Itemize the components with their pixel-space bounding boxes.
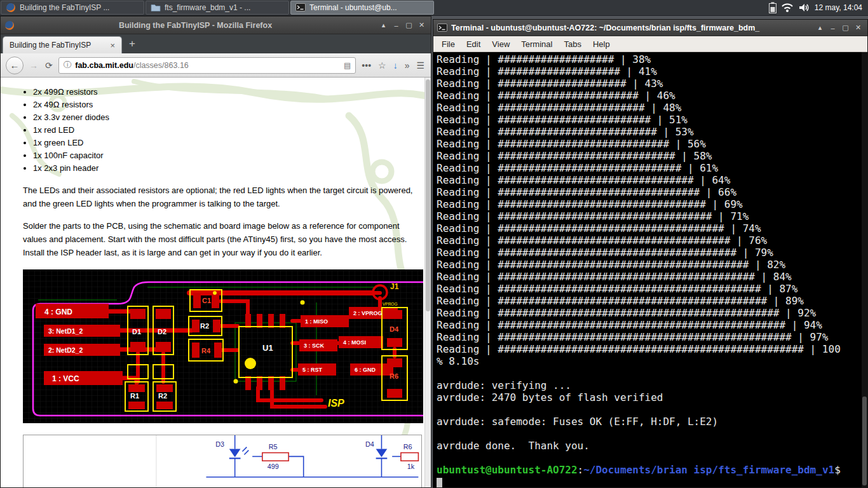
- menu-file[interactable]: File: [437, 38, 460, 50]
- terminal-body[interactable]: Reading | ################### | 38%Readi…: [433, 52, 867, 487]
- pcb-ref-r6: R6: [390, 372, 398, 380]
- wifi-icon[interactable]: [782, 3, 793, 13]
- url-path: /classes/863.16: [133, 61, 189, 70]
- terminal-line: Reading | ##############################…: [437, 319, 866, 331]
- shade-button[interactable]: ▴: [378, 21, 389, 29]
- maximize-button[interactable]: ▢: [403, 21, 414, 29]
- terminal-line: avrdude: safemode: Fuses OK (E:FF, H:DF,…: [437, 416, 866, 428]
- bullet-list: 2x 499Ω resistors2x 49Ω resistors2x 3.3v…: [33, 86, 424, 175]
- terminal-line: Reading | ##############################…: [437, 234, 866, 247]
- terminal-titlebar[interactable]: Terminal - ubuntust@ubuntust-AO722: ~/Do…: [433, 20, 867, 36]
- tab-building-fabtinyisp[interactable]: Building the FabTinyISP ×: [3, 36, 122, 53]
- terminal-line: Reading | ##############################…: [437, 186, 866, 198]
- url-domain: fab.cba.mit.edu: [75, 61, 133, 70]
- pcb-ref-u1: U1: [262, 343, 273, 353]
- clock[interactable]: 12 may, 14:04: [815, 3, 862, 12]
- menu-terminal[interactable]: Terminal: [516, 38, 557, 50]
- pcb-ref-d4: D4: [390, 325, 399, 333]
- firefox-window: Building the FabTinyISP - Mozilla Firefo…: [0, 16, 431, 488]
- terminal-line: Reading | ##################### | 43%: [437, 78, 866, 90]
- bullet-item: 2x 3.3v zener diodes: [33, 111, 424, 124]
- terminal-line: Reading | ##############################…: [437, 283, 866, 295]
- firefox-scrollbar-thumb[interactable]: [426, 79, 430, 311]
- terminal-line: Reading | ####################### | 46%: [437, 90, 866, 102]
- schematic-label-r5: R5: [269, 443, 278, 451]
- page-actions-icon[interactable]: •••: [360, 60, 372, 71]
- close-button[interactable]: ✕: [853, 24, 864, 32]
- pcb-pad-miso: 1 : MISO: [305, 318, 328, 325]
- taskbar: Building the FabTinyISP ... fts_firmware…: [0, 0, 868, 16]
- terminal-line: avrdude done. Thank you.: [437, 440, 866, 452]
- bullet-item: 1x red LED: [33, 124, 424, 137]
- terminal-line: Reading | ##############################…: [437, 307, 866, 319]
- hamburger-menu-icon[interactable]: ☰: [415, 60, 426, 71]
- minimize-button[interactable]: –: [391, 22, 402, 29]
- terminal-line: Reading | ################### | 38%: [437, 53, 866, 65]
- pcb-pad-gnd: 4 : GND: [44, 308, 72, 316]
- pcb-pad-netd2: 2: NetD2_2: [48, 346, 83, 354]
- pcb-ref-r4: R4: [201, 347, 211, 355]
- pcb-pad-vprog: 2 : VPROG: [353, 310, 383, 316]
- bullet-item: 1x 100nF capacitor: [33, 149, 424, 162]
- folder-icon: [151, 3, 161, 13]
- firefox-icon: [6, 3, 16, 13]
- firefox-window-title: Building the FabTinyISP - Mozilla Firefo…: [18, 21, 372, 30]
- paragraph-solder: Solder the parts to the PCB, using the s…: [23, 219, 421, 259]
- minimize-button[interactable]: –: [827, 24, 838, 32]
- cursor-line: [437, 476, 866, 487]
- terminal-scrollbar[interactable]: [862, 52, 867, 487]
- menu-tabs[interactable]: Tabs: [559, 38, 586, 50]
- terminal-line: Reading | ##############################…: [437, 259, 866, 271]
- terminal-line: Reading | ##############################…: [437, 331, 866, 343]
- downloads-icon[interactable]: ↓: [392, 60, 399, 71]
- terminal-line: [437, 367, 866, 379]
- tab-close-icon[interactable]: ×: [110, 41, 115, 50]
- terminal-scrollbar-thumb[interactable]: [862, 396, 867, 485]
- terminal-line: Reading | ##############################…: [437, 222, 866, 234]
- pcb-ref-r2a: R2: [200, 322, 209, 330]
- terminal-line: [437, 452, 866, 464]
- overflow-icon[interactable]: »: [403, 60, 411, 71]
- menu-help[interactable]: Help: [588, 38, 615, 50]
- maximize-button[interactable]: ▢: [840, 24, 851, 32]
- schematic-label-d4: D4: [365, 440, 374, 448]
- pcb-ref-r1: R1: [130, 392, 139, 400]
- close-button[interactable]: ✕: [416, 21, 427, 29]
- taskbar-item-file-manager[interactable]: fts_firmware_bdm_v1 - ...: [146, 1, 289, 15]
- battery-icon[interactable]: [769, 2, 776, 13]
- taskbar-item-firefox[interactable]: Building the FabTinyISP ...: [1, 1, 144, 15]
- terminal-cursor: [437, 478, 442, 488]
- terminal-line: avrdude: 2470 bytes of flash verified: [437, 391, 866, 403]
- article-body: 2x 499Ω resistors2x 49Ω resistors2x 3.3v…: [1, 78, 424, 487]
- url-text: fab.cba.mit.edu/classes/863.16: [75, 61, 340, 70]
- prompt-path: ~/Documents/brian isp/fts_firmware_bdm_v…: [583, 464, 834, 476]
- pcb-pad-vcc: 1 : VCC: [52, 374, 79, 383]
- menu-edit[interactable]: Edit: [461, 38, 485, 50]
- firefox-tabbar: Building the FabTinyISP × +: [1, 34, 431, 53]
- terminal-line: Reading | ##############################…: [437, 247, 866, 259]
- terminal-line: Reading | ##############################…: [437, 271, 866, 283]
- shade-button[interactable]: ▴: [815, 24, 825, 32]
- forward-button[interactable]: →: [28, 60, 39, 71]
- new-tab-button[interactable]: +: [122, 37, 142, 50]
- back-button[interactable]: ←: [6, 57, 24, 74]
- bullet-item: 2x 499Ω resistors: [33, 86, 424, 98]
- schematic-label-d3: D3: [215, 440, 224, 448]
- pcb-ref-j1: J1: [390, 282, 399, 291]
- schematic-value-r5: 499: [268, 463, 279, 470]
- volume-icon[interactable]: [798, 3, 810, 13]
- firefox-titlebar[interactable]: Building the FabTinyISP - Mozilla Firefo…: [1, 17, 431, 34]
- firefox-scrollbar[interactable]: [424, 78, 431, 487]
- firefox-navbar: ← → ⟳ ⓘ fab.cba.mit.edu/classes/863.16 ▤…: [1, 53, 431, 78]
- url-bar[interactable]: ⓘ fab.cba.mit.edu/classes/863.16 ▤: [58, 57, 356, 74]
- reload-button[interactable]: ⟳: [44, 60, 54, 71]
- page-info-icon[interactable]: ⓘ: [64, 60, 72, 71]
- window-controls: ▴ – ▢ ✕: [813, 24, 864, 32]
- reader-mode-icon[interactable]: ▤: [344, 61, 351, 70]
- system-tray: 12 may, 14:04: [763, 0, 868, 15]
- taskbar-item-label: fts_firmware_bdm_v1 - ...: [165, 3, 250, 12]
- terminal-prompt: ubuntust@ubuntust-AO722:~/Documents/bria…: [437, 464, 866, 476]
- taskbar-item-terminal[interactable]: Terminal - ubuntust@ub...: [290, 1, 434, 15]
- bookmark-star-icon[interactable]: ☆: [377, 60, 388, 71]
- menu-view[interactable]: View: [487, 38, 515, 50]
